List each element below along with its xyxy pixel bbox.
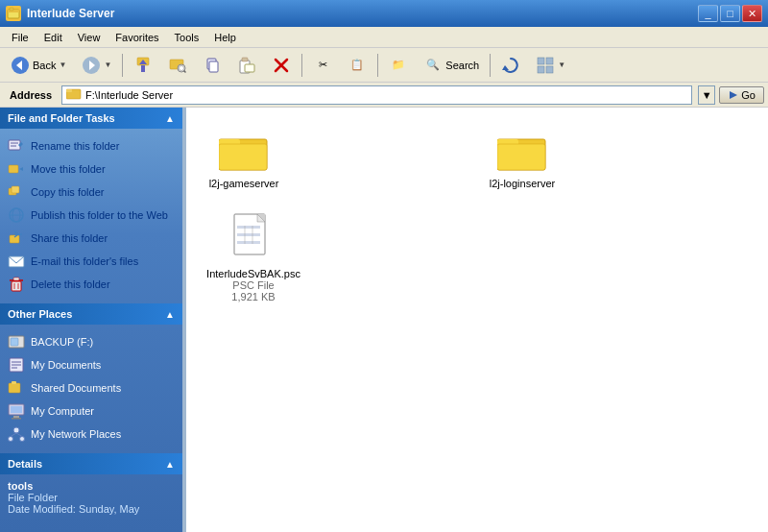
toolbar-separator-4 [490,54,491,77]
views-button[interactable]: ▼ [529,52,572,79]
file-subtype-psc: PSC File [232,279,274,291]
publish-folder-task[interactable]: Publish this folder to the Web [4,204,179,227]
up-icon [133,56,153,75]
file-folder-tasks-arrow: ▲ [165,113,175,124]
svg-rect-77 [237,241,260,244]
forward-icon [82,56,101,75]
copy-icon [203,56,222,75]
shared-documents-icon [8,379,25,397]
maximize-button[interactable]: □ [720,5,740,22]
my-documents-item[interactable]: My Documents [4,353,179,376]
svg-rect-2 [10,8,13,11]
folder-icon-loginserver [497,130,547,174]
details-section: Details ▲ tools File Folder Date Modifie… [0,453,182,520]
search-button[interactable]: 🔍 Search [417,52,486,79]
svg-rect-42 [12,281,21,291]
copy-folder-task[interactable]: Copy this folder [4,181,179,204]
backup-drive-item[interactable]: BACKUP (F:) [4,330,179,353]
window-controls[interactable]: _ □ ✕ [698,5,762,22]
file-folder-tasks-header[interactable]: File and Folder Tasks ▲ [0,108,182,129]
paste-button[interactable] [230,52,263,79]
move-folder-task[interactable]: Move this folder [4,157,179,181]
menu-edit[interactable]: Edit [36,30,70,45]
copy-button[interactable] [196,52,228,79]
svg-rect-25 [546,66,553,73]
my-documents-icon [8,356,25,374]
svg-rect-76 [237,237,260,240]
share-folder-task[interactable]: Share this folder [4,227,179,250]
address-dropdown-button[interactable]: ▼ [698,85,715,105]
my-computer-item[interactable]: My Computer [4,399,179,423]
menu-view[interactable]: View [70,30,108,45]
cut-button[interactable]: ✂ [306,52,339,79]
svg-rect-48 [11,338,18,346]
svg-point-61 [20,437,25,442]
refresh-button[interactable] [494,52,527,79]
menu-favorites[interactable]: Favorites [108,30,166,45]
share-folder-icon [8,230,25,247]
main-layout: File and Folder Tasks ▲ Rename this fold… [0,108,768,532]
copy2-button[interactable]: 📋 [341,52,373,79]
shared-documents-item[interactable]: Shared Documents [4,376,179,399]
details-header[interactable]: Details ▲ [0,453,182,474]
search-in-folder-button[interactable] [161,52,194,79]
address-input[interactable] [85,89,687,101]
delete-folder-task[interactable]: Delete this folder [4,273,179,296]
rename-folder-task[interactable]: Rename this folder [4,134,179,157]
go-button[interactable]: Go [719,86,764,104]
views-icon [536,56,555,75]
file-name-psc: InterludeSvBAK.psc [206,268,300,279]
svg-rect-9 [141,65,145,72]
menu-file[interactable]: File [4,30,36,45]
delete-folder-label: Delete this folder [31,278,110,290]
file-item-psc[interactable]: InterludeSvBAK.psc PSC File 1,921 KB [196,206,311,309]
svg-rect-27 [66,89,72,92]
file-grid: l2j-gameserver l2j-loginserver [196,123,758,309]
close-button[interactable]: ✕ [742,5,762,22]
refresh-icon [501,56,520,75]
svg-rect-24 [538,66,544,73]
svg-rect-17 [242,58,248,61]
copy-folder-label: Copy this folder [31,186,104,198]
menu-bar: File Edit View Favorites Tools Help [0,27,768,48]
svg-rect-15 [209,61,218,72]
title-bar: Interlude Server _ □ ✕ [0,0,768,27]
other-places-header[interactable]: Other Places ▲ [0,303,182,325]
menu-tools[interactable]: Tools [167,30,207,45]
address-folder-icon [66,86,82,103]
back-dropdown-arrow: ▼ [59,60,66,69]
folder-icon-gameserver [219,130,269,174]
file-name-gameserver: l2j-gameserver [209,178,279,189]
file-folder-tasks-section: File and Folder Tasks ▲ Rename this fold… [0,108,182,302]
my-network-places-item[interactable]: My Network Places [4,423,179,446]
back-button[interactable]: Back ▼ [4,52,73,79]
svg-line-63 [16,433,22,437]
email-icon [8,253,25,270]
other-places-section: Other Places ▲ BACKUP (F:) [0,303,182,451]
rename-icon [8,137,25,155]
publish-icon [8,206,25,224]
file-size-psc: 1,921 KB [231,291,275,302]
svg-point-60 [9,437,13,442]
svg-rect-66 [219,144,267,170]
minimize-button[interactable]: _ [698,5,718,22]
details-label: Details [8,458,42,470]
file-item-gameserver[interactable]: l2j-gameserver [196,123,292,196]
up-button[interactable] [127,52,159,79]
svg-rect-22 [538,58,544,64]
delete-button[interactable] [265,52,298,79]
menu-help[interactable]: Help [206,30,244,45]
email-folder-task[interactable]: E-mail this folder's files [4,250,179,273]
address-input-wrap [61,85,692,105]
svg-marker-21 [502,65,509,70]
forward-dropdown-arrow: ▼ [104,60,111,69]
go-label: Go [741,89,756,101]
forward-button[interactable]: ▼ [75,52,118,79]
svg-rect-18 [245,64,254,72]
svg-line-62 [11,433,16,437]
move-to-button[interactable]: 📁 [382,52,415,79]
paste-icon [237,56,256,75]
other-places-label: Other Places [8,308,72,320]
file-item-loginserver[interactable]: l2j-loginserver [474,123,570,196]
copy-folder-icon [8,183,25,201]
